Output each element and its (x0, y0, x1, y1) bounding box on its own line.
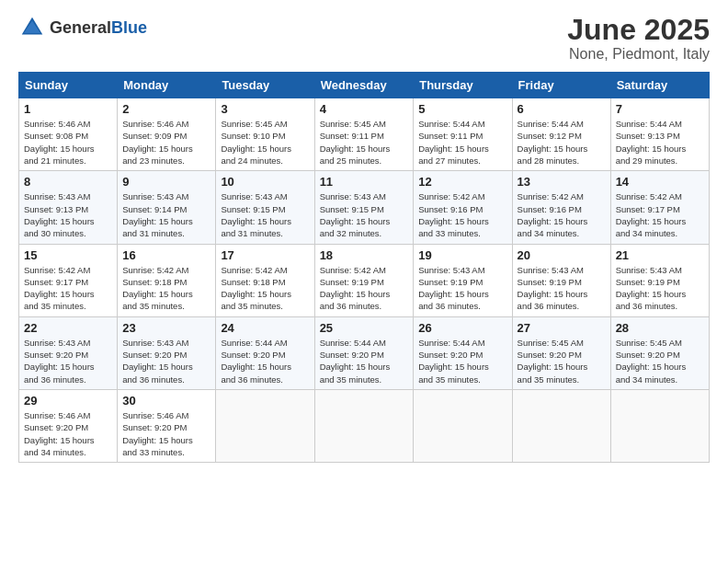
calendar-cell: 28Sunrise: 5:45 AM Sunset: 9:20 PM Dayli… (610, 316, 709, 389)
day-number: 9 (122, 175, 210, 189)
day-number: 24 (221, 321, 309, 335)
day-number: 13 (518, 175, 606, 189)
calendar-cell: 1Sunrise: 5:46 AM Sunset: 9:08 PM Daylig… (19, 98, 118, 171)
calendar-header-wednesday: Wednesday (314, 73, 414, 98)
day-info: Sunrise: 5:45 AM Sunset: 9:20 PM Dayligh… (518, 337, 606, 385)
day-info: Sunrise: 5:44 AM Sunset: 9:12 PM Dayligh… (518, 118, 606, 167)
logo: GeneralBlue (18, 14, 147, 41)
calendar-cell: 16Sunrise: 5:42 AM Sunset: 9:18 PM Dayli… (118, 244, 216, 316)
day-info: Sunrise: 5:44 AM Sunset: 9:11 PM Dayligh… (418, 118, 506, 167)
calendar-cell: 22Sunrise: 5:43 AM Sunset: 9:20 PM Dayli… (19, 316, 118, 389)
day-number: 16 (122, 248, 210, 262)
day-number: 20 (518, 248, 606, 262)
day-number: 21 (616, 248, 704, 262)
calendar-header-saturday: Saturday (610, 73, 709, 98)
calendar-header-monday: Monday (118, 73, 216, 98)
calendar-cell: 18Sunrise: 5:42 AM Sunset: 9:19 PM Dayli… (314, 244, 414, 316)
calendar-cell: 24Sunrise: 5:44 AM Sunset: 9:20 PM Dayli… (216, 316, 314, 389)
day-number: 2 (122, 102, 210, 116)
day-info: Sunrise: 5:46 AM Sunset: 9:09 PM Dayligh… (122, 118, 210, 167)
calendar-cell: 20Sunrise: 5:43 AM Sunset: 9:19 PM Dayli… (512, 244, 610, 316)
day-number: 10 (221, 175, 309, 189)
day-number: 17 (221, 248, 309, 262)
calendar-cell (216, 389, 314, 462)
day-number: 6 (518, 102, 606, 116)
day-info: Sunrise: 5:42 AM Sunset: 9:19 PM Dayligh… (320, 264, 409, 313)
day-info: Sunrise: 5:42 AM Sunset: 9:17 PM Dayligh… (616, 190, 704, 239)
day-number: 5 (418, 102, 506, 116)
calendar-cell: 6Sunrise: 5:44 AM Sunset: 9:12 PM Daylig… (512, 98, 610, 171)
calendar-cell: 15Sunrise: 5:42 AM Sunset: 9:17 PM Dayli… (19, 244, 118, 316)
calendar-cell: 23Sunrise: 5:43 AM Sunset: 9:20 PM Dayli… (118, 316, 216, 389)
day-info: Sunrise: 5:43 AM Sunset: 9:15 PM Dayligh… (320, 190, 409, 239)
calendar-cell: 3Sunrise: 5:45 AM Sunset: 9:10 PM Daylig… (216, 98, 314, 171)
day-number: 19 (418, 248, 506, 262)
day-number: 30 (122, 394, 210, 408)
calendar-cell (314, 389, 414, 462)
day-number: 23 (122, 321, 210, 335)
logo-blue: Blue (111, 18, 147, 37)
calendar-cell: 21Sunrise: 5:43 AM Sunset: 9:19 PM Dayli… (610, 244, 709, 316)
calendar-cell: 4Sunrise: 5:45 AM Sunset: 9:11 PM Daylig… (314, 98, 414, 171)
day-info: Sunrise: 5:43 AM Sunset: 9:14 PM Dayligh… (122, 190, 210, 239)
day-info: Sunrise: 5:46 AM Sunset: 9:20 PM Dayligh… (122, 409, 210, 458)
calendar-header-friday: Friday (512, 73, 610, 98)
calendar-cell: 10Sunrise: 5:43 AM Sunset: 9:15 PM Dayli… (216, 171, 314, 244)
day-info: Sunrise: 5:42 AM Sunset: 9:16 PM Dayligh… (418, 190, 506, 239)
day-number: 7 (616, 102, 704, 116)
day-info: Sunrise: 5:44 AM Sunset: 9:20 PM Dayligh… (320, 337, 409, 385)
day-number: 14 (616, 175, 704, 189)
day-number: 25 (320, 321, 409, 335)
day-number: 26 (418, 321, 506, 335)
calendar-cell: 17Sunrise: 5:42 AM Sunset: 9:18 PM Dayli… (216, 244, 314, 316)
calendar-cell (610, 389, 709, 462)
day-number: 12 (418, 175, 506, 189)
day-info: Sunrise: 5:45 AM Sunset: 9:20 PM Dayligh… (616, 337, 704, 385)
day-info: Sunrise: 5:43 AM Sunset: 9:19 PM Dayligh… (418, 264, 506, 313)
calendar-cell (512, 389, 610, 462)
calendar-cell: 12Sunrise: 5:42 AM Sunset: 9:16 PM Dayli… (414, 171, 512, 244)
logo-general: General (50, 18, 111, 37)
calendar-table: SundayMondayTuesdayWednesdayThursdayFrid… (18, 72, 710, 463)
day-info: Sunrise: 5:43 AM Sunset: 9:15 PM Dayligh… (221, 190, 309, 239)
calendar-cell: 26Sunrise: 5:44 AM Sunset: 9:20 PM Dayli… (414, 316, 512, 389)
day-number: 3 (221, 102, 309, 116)
day-number: 28 (616, 321, 704, 335)
calendar-cell: 8Sunrise: 5:43 AM Sunset: 9:13 PM Daylig… (19, 171, 118, 244)
day-number: 15 (24, 248, 112, 262)
page-title: June 2025 (567, 14, 710, 46)
calendar-cell (414, 389, 512, 462)
page: GeneralBlue June 2025 None, Piedmont, It… (0, 0, 728, 563)
calendar-week-row: 29Sunrise: 5:46 AM Sunset: 9:20 PM Dayli… (19, 389, 710, 462)
calendar-cell: 2Sunrise: 5:46 AM Sunset: 9:09 PM Daylig… (118, 98, 216, 171)
calendar-cell: 13Sunrise: 5:42 AM Sunset: 9:16 PM Dayli… (512, 171, 610, 244)
day-number: 1 (24, 102, 112, 116)
day-info: Sunrise: 5:42 AM Sunset: 9:16 PM Dayligh… (518, 190, 606, 239)
day-number: 8 (24, 175, 112, 189)
day-info: Sunrise: 5:43 AM Sunset: 9:13 PM Dayligh… (24, 190, 112, 239)
day-info: Sunrise: 5:43 AM Sunset: 9:20 PM Dayligh… (122, 337, 210, 385)
calendar-cell: 9Sunrise: 5:43 AM Sunset: 9:14 PM Daylig… (118, 171, 216, 244)
day-info: Sunrise: 5:43 AM Sunset: 9:20 PM Dayligh… (24, 337, 112, 385)
day-info: Sunrise: 5:42 AM Sunset: 9:17 PM Dayligh… (24, 264, 112, 313)
day-number: 11 (320, 175, 409, 189)
calendar-week-row: 8Sunrise: 5:43 AM Sunset: 9:13 PM Daylig… (19, 171, 710, 244)
day-number: 4 (320, 102, 409, 116)
calendar-header-thursday: Thursday (414, 73, 512, 98)
calendar-cell: 7Sunrise: 5:44 AM Sunset: 9:13 PM Daylig… (610, 98, 709, 171)
day-info: Sunrise: 5:44 AM Sunset: 9:13 PM Dayligh… (616, 118, 704, 167)
calendar-cell: 19Sunrise: 5:43 AM Sunset: 9:19 PM Dayli… (414, 244, 512, 316)
day-number: 18 (320, 248, 409, 262)
day-info: Sunrise: 5:46 AM Sunset: 9:20 PM Dayligh… (24, 409, 112, 458)
calendar-cell: 14Sunrise: 5:42 AM Sunset: 9:17 PM Dayli… (610, 171, 709, 244)
calendar-cell: 30Sunrise: 5:46 AM Sunset: 9:20 PM Dayli… (118, 389, 216, 462)
calendar-header-tuesday: Tuesday (216, 73, 314, 98)
calendar-week-row: 22Sunrise: 5:43 AM Sunset: 9:20 PM Dayli… (19, 316, 710, 389)
calendar-week-row: 1Sunrise: 5:46 AM Sunset: 9:08 PM Daylig… (19, 98, 710, 171)
calendar-cell: 11Sunrise: 5:43 AM Sunset: 9:15 PM Dayli… (314, 171, 414, 244)
day-number: 22 (24, 321, 112, 335)
calendar-header-sunday: Sunday (19, 73, 118, 98)
day-number: 27 (518, 321, 606, 335)
calendar-cell: 5Sunrise: 5:44 AM Sunset: 9:11 PM Daylig… (414, 98, 512, 171)
day-info: Sunrise: 5:45 AM Sunset: 9:11 PM Dayligh… (320, 118, 409, 167)
